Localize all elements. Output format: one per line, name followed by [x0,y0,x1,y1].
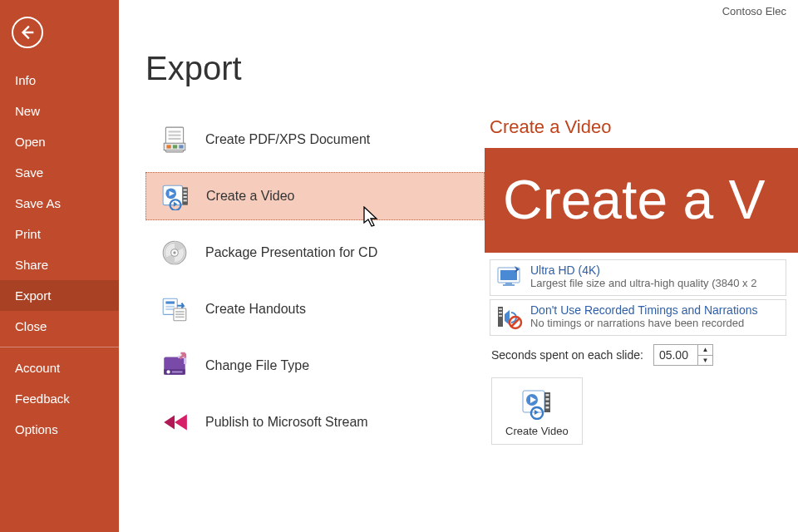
sidebar-item-print[interactable]: Print [0,219,119,249]
stream-icon [159,406,190,438]
sidebar-divider [0,347,119,347]
sidebar-item-options[interactable]: Options [0,414,119,445]
sidebar-item-export[interactable]: Export [0,280,119,311]
timings-desc: No timings or narrations have been recor… [530,317,781,329]
quality-desc: Largest file size and ultra-high quality… [530,277,781,289]
spinner-down-button[interactable]: ▼ [698,356,712,366]
video-quality-dropdown[interactable]: Ultra HD (4K) Largest file size and ultr… [490,259,786,296]
video-icon [520,387,554,420]
pdfxps-icon [159,124,190,155]
export-option-handouts[interactable]: Create Handouts [145,285,485,333]
option-label: Create Handouts [205,302,306,317]
sidebar-item-feedback[interactable]: Feedback [0,383,119,414]
seconds-spinner[interactable]: 05.00 ▲ ▼ [653,344,713,366]
seconds-label: Seconds spent on each slide: [491,348,643,362]
app-root: Info New Open Save Save As Print Share E… [0,0,798,532]
seconds-per-slide-row: Seconds spent on each slide: 05.00 ▲ ▼ [491,344,786,366]
seconds-value[interactable]: 05.00 [654,345,697,365]
overlay-banner: Create a V [485,148,798,253]
option-label: Publish to Microsoft Stream [205,415,368,430]
narration-disabled-icon [495,303,524,332]
filetype-icon [159,350,190,382]
export-detail-column: Create a Video Create a V Ultra HD (4K) … [485,0,798,532]
export-option-pdfxps[interactable]: Create PDF/XPS Document [145,116,485,164]
option-label: Change File Type [205,358,309,373]
option-label: Create PDF/XPS Document [205,132,370,147]
export-option-change-file-type[interactable]: Change File Type [145,342,485,390]
sidebar-item-close[interactable]: Close [0,311,119,342]
export-option-publish-stream[interactable]: Publish to Microsoft Stream [145,398,485,446]
sidebar-item-info[interactable]: Info [0,65,119,96]
timings-title: Don't Use Recorded Timings and Narration… [530,303,781,317]
sidebar-item-save[interactable]: Save [0,157,119,188]
video-icon [160,180,191,212]
export-option-package-cd[interactable]: Package Presentation for CD [145,229,485,277]
sidebar-item-open[interactable]: Open [0,126,119,157]
create-video-label: Create Video [505,425,569,437]
spinner-up-button[interactable]: ▲ [698,345,712,356]
monitor-4k-icon [495,264,524,292]
option-label: Package Presentation for CD [205,245,377,260]
option-label: Create a Video [206,189,294,204]
back-button[interactable] [12,17,43,48]
timings-narrations-dropdown[interactable]: Don't Use Recorded Timings and Narration… [490,299,786,336]
content-area: Contoso Elec Export Create PDF/XPS Docum… [119,0,798,532]
sidebar-item-saveas[interactable]: Save As [0,188,119,219]
page-title: Export [145,50,485,87]
video-settings: Ultra HD (4K) Largest file size and ultr… [485,253,798,445]
handouts-icon [159,293,190,325]
detail-heading: Create a Video [490,116,798,138]
sidebar-item-account[interactable]: Account [0,352,119,383]
mouse-cursor-icon [362,206,381,228]
quality-title: Ultra HD (4K) [530,264,781,277]
cd-icon [159,237,190,268]
file-menu-sidebar: Info New Open Save Save As Print Share E… [0,0,119,532]
arrow-left-icon [18,23,37,42]
sidebar-item-share[interactable]: Share [0,249,119,280]
sidebar-item-new[interactable]: New [0,96,119,126]
export-options-column: Export Create PDF/XPS Document Create a … [119,0,485,532]
export-option-create-video[interactable]: Create a Video [145,172,485,220]
create-video-button[interactable]: Create Video [491,377,583,445]
